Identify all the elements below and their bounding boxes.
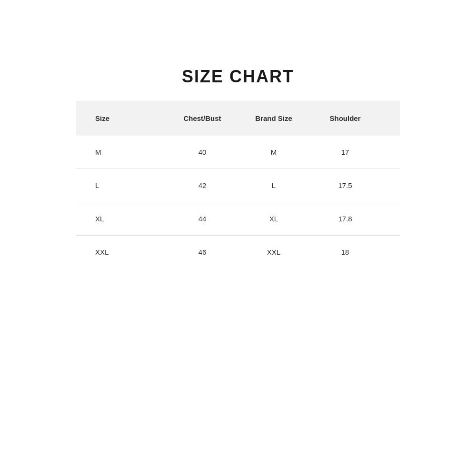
header-cell-shoulder: Shoulder bbox=[309, 114, 381, 122]
cell-shoulder-1: 17.5 bbox=[309, 181, 381, 189]
cell-shoulder-3: 18 bbox=[309, 248, 381, 256]
cell-brand_size-1: L bbox=[238, 181, 309, 189]
table-row: XL44XL17.8 bbox=[76, 202, 400, 236]
table-header: SizeChest/BustBrand SizeShoulder bbox=[76, 101, 400, 136]
cell-chest_bust-0: 40 bbox=[167, 148, 238, 156]
cell-size-1: L bbox=[95, 181, 167, 189]
cell-size-3: XXL bbox=[95, 248, 167, 256]
cell-chest_bust-1: 42 bbox=[167, 181, 238, 189]
table-row: M40M17 bbox=[76, 136, 400, 169]
cell-brand_size-3: XXL bbox=[238, 248, 309, 256]
cell-chest_bust-2: 44 bbox=[167, 215, 238, 223]
page-title: SIZE CHART bbox=[182, 67, 294, 87]
cell-size-2: XL bbox=[95, 215, 167, 223]
cell-brand_size-0: M bbox=[238, 148, 309, 156]
cell-size-0: M bbox=[95, 148, 167, 156]
table-body: M40M17L42L17.5XL44XL17.8XXL46XXL18 bbox=[76, 136, 400, 268]
header-cell-chest_bust: Chest/Bust bbox=[167, 114, 238, 122]
cell-shoulder-0: 17 bbox=[309, 148, 381, 156]
cell-chest_bust-3: 46 bbox=[167, 248, 238, 256]
table-row: XXL46XXL18 bbox=[76, 236, 400, 268]
table-row: L42L17.5 bbox=[76, 169, 400, 202]
size-chart-container: SizeChest/BustBrand SizeShoulder M40M17L… bbox=[76, 101, 400, 268]
header-cell-size: Size bbox=[95, 114, 167, 122]
cell-shoulder-2: 17.8 bbox=[309, 215, 381, 223]
header-cell-brand_size: Brand Size bbox=[238, 114, 309, 122]
cell-brand_size-2: XL bbox=[238, 215, 309, 223]
